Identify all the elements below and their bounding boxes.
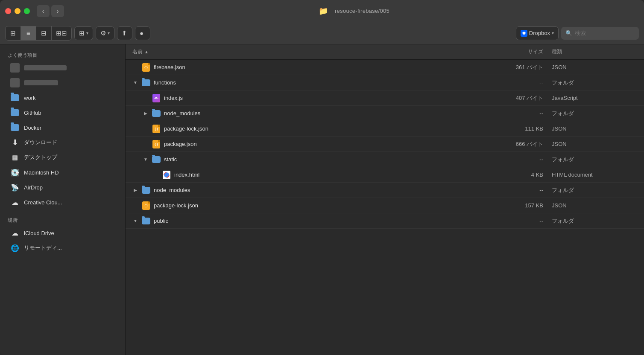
sidebar-item-work[interactable]: work	[3, 90, 123, 105]
share-button[interactable]: ⬆	[117, 26, 132, 40]
sidebar-item-downloads[interactable]: ⬇ ダウンロード	[3, 135, 123, 150]
file-name: package-lock.json	[164, 125, 208, 132]
close-button[interactable]	[5, 8, 11, 14]
view-group-chevron: ▾	[86, 31, 88, 35]
file-row[interactable]: JS index.js 407 バイト JavaScript	[126, 90, 644, 106]
sidebar-airdrop-label: AirDrop	[24, 184, 43, 191]
file-kind: フォルダ	[552, 79, 637, 87]
file-type-icon	[152, 155, 161, 164]
row-name: ▶ node_modules	[132, 186, 483, 195]
folder-icon	[142, 218, 150, 224]
search-box[interactable]: 🔍	[561, 27, 639, 40]
dropbox-chevron: ▾	[552, 31, 554, 35]
file-row[interactable]: index.html 4 KB HTML document	[126, 167, 644, 183]
file-type-icon	[142, 79, 150, 87]
row-name: ▼ public	[132, 217, 483, 225]
sidebar-item-docker[interactable]: Docker	[3, 120, 123, 135]
folder-icon	[152, 110, 161, 117]
view-mode-group: ⊞ ≡ ⊟ ⊞⊟	[5, 26, 72, 41]
title-folder-icon: 📁	[319, 6, 328, 16]
row-name: ▼ static	[143, 155, 483, 164]
file-size: 361 バイト	[483, 64, 552, 71]
file-name: public	[154, 218, 168, 224]
file-kind: JavaScript	[552, 95, 637, 101]
expand-arrow[interactable]: ▶	[132, 187, 138, 193]
search-input[interactable]	[575, 30, 635, 36]
maximize-button[interactable]	[24, 8, 30, 14]
row-name: ▶ node_modules	[143, 109, 483, 118]
folder-icon	[142, 79, 150, 86]
toggle-button[interactable]: ●	[135, 26, 150, 40]
file-name: node_modules	[154, 187, 190, 193]
places-section-title: 場所	[0, 215, 125, 225]
sidebar-item-github[interactable]: GitHub	[3, 105, 123, 120]
file-kind: HTML document	[552, 172, 637, 178]
svg-marker-1	[522, 32, 526, 35]
file-row[interactable]: ▼ public -- フォルダ	[126, 213, 644, 229]
view-gallery-button[interactable]: ⊞⊟	[52, 26, 71, 40]
back-button[interactable]: ‹	[37, 5, 50, 17]
expand-arrow[interactable]: ▼	[132, 80, 138, 86]
sidebar-blurred-1[interactable]	[3, 61, 123, 75]
action-chevron: ▾	[108, 31, 110, 35]
toggle-icon: ●	[140, 29, 143, 37]
titlebar-center: 📁 resouce-firebase/005	[69, 6, 639, 16]
forward-button[interactable]: ›	[51, 5, 64, 17]
action-button[interactable]: ⚙ ▾	[96, 26, 114, 40]
file-name: index.js	[164, 95, 183, 101]
row-name: ▼ functions	[132, 79, 483, 87]
file-row[interactable]: ▶ node_modules -- フォルダ	[126, 183, 644, 198]
col-size-header: サイズ	[483, 48, 552, 55]
sidebar-work-label: work	[24, 95, 35, 101]
folder-icon	[152, 156, 161, 163]
finder-window: ‹ › 📁 resouce-firebase/005 ⊞ ≡ ⊟ ⊞⊟ ⊞ ▾ …	[0, 0, 644, 355]
file-name: package.json	[164, 141, 197, 147]
sidebar-item-icloud[interactable]: ☁ iCloud Drive	[3, 226, 123, 240]
file-row[interactable]: ▼ static -- フォルダ	[126, 152, 644, 167]
file-size: 111 KB	[483, 125, 552, 132]
view-icons-button[interactable]: ⊞	[6, 26, 21, 40]
sidebar-item-desktop[interactable]: ▦ デスクトップ	[3, 150, 123, 165]
file-row[interactable]: { } package-lock.json 157 KB JSON	[126, 198, 644, 213]
file-row[interactable]: ▶ node_modules -- フォルダ	[126, 106, 644, 121]
sidebar-item-airdrop[interactable]: 📡 AirDrop	[3, 180, 123, 195]
file-size: --	[483, 79, 552, 86]
sidebar-item-creative-cloud[interactable]: ☁ Creative Clou...	[3, 195, 123, 210]
work-folder-icon	[10, 93, 20, 102]
file-row[interactable]: { } firebase.json 361 バイト JSON	[126, 60, 644, 75]
sidebar-item-macintosh[interactable]: 💽 Macintosh HD	[3, 165, 123, 180]
titlebar: ‹ › 📁 resouce-firebase/005	[0, 0, 644, 22]
expand-arrow[interactable]: ▼	[132, 218, 138, 224]
file-kind: JSON	[552, 141, 637, 147]
js-icon: JS	[152, 94, 160, 102]
expand-arrow[interactable]: ▶	[143, 111, 149, 116]
file-kind: フォルダ	[552, 186, 637, 194]
expand-arrow[interactable]: ▼	[143, 157, 149, 163]
folder-icon	[142, 187, 150, 194]
sidebar-creative-label: Creative Clou...	[24, 199, 62, 206]
remote-icon: 🌐	[10, 243, 20, 253]
minimize-button[interactable]	[15, 8, 20, 14]
airdrop-icon: 📡	[10, 183, 20, 192]
sidebar-item-remote[interactable]: 🌐 リモートディ...	[3, 241, 123, 255]
file-size: --	[483, 156, 552, 163]
view-group-button[interactable]: ⊞ ▾	[74, 26, 93, 40]
file-size: --	[483, 110, 552, 116]
disk-icon: 💽	[10, 168, 20, 177]
view-columns-button[interactable]: ⊟	[36, 26, 52, 40]
sidebar-blurred-2[interactable]	[3, 76, 123, 90]
file-row[interactable]: ▼ functions -- フォルダ	[126, 75, 644, 90]
dropbox-button[interactable]: Dropbox ▾	[516, 26, 559, 40]
file-size: --	[483, 218, 552, 224]
col-kind-header: 種類	[552, 48, 637, 55]
file-list: { } firebase.json 361 バイト JSON ▼ functio…	[126, 60, 644, 229]
file-kind: フォルダ	[552, 156, 637, 163]
file-type-icon: { }	[142, 201, 150, 210]
file-row[interactable]: { } package-lock.json 111 KB JSON	[126, 121, 644, 137]
download-icon: ⬇	[10, 138, 20, 147]
file-row[interactable]: { } package.json 666 バイト JSON	[126, 137, 644, 152]
view-list-button[interactable]: ≡	[21, 26, 36, 40]
view-group-icon: ⊞	[79, 29, 85, 37]
favorites-section-title: よく使う項目	[0, 49, 125, 60]
row-name: { } firebase.json	[132, 63, 483, 72]
